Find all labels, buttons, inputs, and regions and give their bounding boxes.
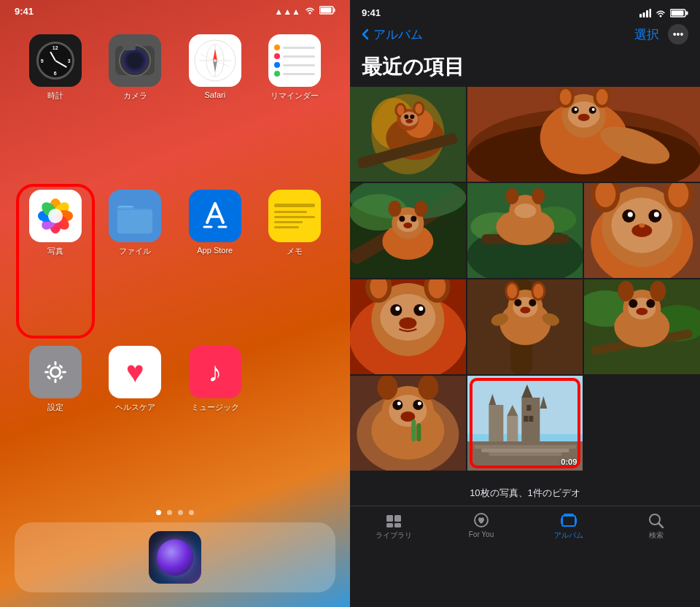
svg-point-106 bbox=[639, 223, 645, 228]
svg-point-152 bbox=[377, 376, 397, 400]
camera-app-label: カメラ bbox=[123, 90, 147, 101]
svg-point-48 bbox=[415, 104, 422, 114]
svg-point-68 bbox=[578, 114, 589, 121]
tab-search-label: 検索 bbox=[649, 530, 664, 541]
svg-rect-181 bbox=[394, 523, 401, 527]
photo-cell-10-video[interactable]: 0:09 bbox=[467, 376, 583, 471]
photo-4-image bbox=[467, 183, 583, 278]
svg-point-103 bbox=[628, 212, 633, 217]
svg-rect-31 bbox=[639, 14, 642, 18]
svg-point-147 bbox=[637, 308, 648, 315]
safari-app-label: Safari bbox=[204, 90, 225, 99]
photo-count-text: 10枚の写真、1件のビデオ bbox=[470, 487, 580, 498]
svg-point-90 bbox=[532, 188, 545, 204]
svg-point-154 bbox=[389, 395, 427, 427]
photo-9-image bbox=[350, 376, 466, 471]
photos-signal-icon bbox=[639, 9, 651, 18]
svg-rect-184 bbox=[561, 518, 562, 524]
status-indicators: ▲▲▲ bbox=[274, 6, 335, 17]
home-screen: 9:41 ▲▲▲ bbox=[0, 0, 350, 607]
photo-cell-9[interactable] bbox=[350, 376, 466, 471]
svg-rect-23 bbox=[54, 361, 56, 366]
svg-rect-29 bbox=[47, 375, 51, 379]
svg-rect-26 bbox=[62, 371, 66, 373]
photo-count-bar: 10枚の写真、1件のビデオ bbox=[350, 481, 700, 506]
svg-rect-175 bbox=[526, 405, 531, 411]
photo-7-image bbox=[467, 279, 583, 374]
settings-app-icon[interactable]: 設定 bbox=[22, 346, 89, 488]
health-app-image: ♥ bbox=[109, 346, 161, 398]
svg-point-128 bbox=[533, 284, 543, 298]
svg-rect-38 bbox=[672, 10, 684, 15]
select-button[interactable]: 選択 bbox=[634, 26, 659, 43]
photo-cell-6[interactable] bbox=[350, 279, 466, 374]
svg-point-62 bbox=[596, 89, 607, 105]
tab-library[interactable]: ライブラリ bbox=[350, 512, 438, 541]
svg-rect-37 bbox=[686, 11, 688, 15]
foryou-icon bbox=[472, 512, 490, 528]
photo-cell-1[interactable] bbox=[350, 87, 466, 182]
svg-point-132 bbox=[520, 307, 530, 314]
tab-foryou-label: For You bbox=[469, 530, 494, 538]
notes-app-image bbox=[268, 190, 321, 242]
notes-app-icon[interactable]: メモ bbox=[262, 190, 329, 332]
health-app-icon[interactable]: ♥ ヘルスケア bbox=[102, 346, 169, 488]
svg-point-0 bbox=[309, 12, 311, 15]
svg-point-131 bbox=[529, 299, 536, 306]
back-chevron-icon bbox=[362, 28, 369, 40]
music-app-label: ミュージック bbox=[191, 402, 239, 413]
photo-cell-2[interactable] bbox=[467, 87, 700, 182]
safari-app-icon[interactable]: Safari bbox=[182, 34, 249, 177]
photos-status-indicators bbox=[639, 9, 688, 18]
svg-point-52 bbox=[405, 119, 413, 123]
svg-rect-32 bbox=[643, 12, 645, 18]
photo-cell-4[interactable] bbox=[467, 183, 583, 278]
more-button[interactable]: ••• bbox=[668, 24, 688, 45]
photos-nav-bar: アルバム 選択 ••• bbox=[350, 21, 700, 50]
svg-rect-172 bbox=[474, 445, 576, 449]
svg-point-77 bbox=[414, 201, 427, 217]
svg-point-158 bbox=[418, 402, 421, 406]
tab-search[interactable]: 検索 bbox=[612, 512, 700, 541]
svg-point-143 bbox=[650, 281, 666, 301]
photos-app-image bbox=[29, 190, 82, 242]
clock-app-icon[interactable]: 12 6 3 9 時計 bbox=[22, 34, 89, 177]
search-icon bbox=[648, 512, 665, 528]
svg-rect-177 bbox=[529, 416, 533, 422]
tab-foryou[interactable]: For You bbox=[438, 512, 525, 541]
svg-point-146 bbox=[647, 299, 656, 308]
svg-rect-179 bbox=[394, 515, 401, 522]
siri-app-image bbox=[149, 531, 201, 584]
photos-nav-left: アルバム bbox=[362, 26, 423, 43]
photo-8-image bbox=[584, 279, 700, 374]
appstore-app-label: App Store bbox=[197, 246, 233, 255]
svg-rect-161 bbox=[416, 423, 421, 441]
photos-app-screen: 9:41 アルバム bbox=[350, 0, 700, 607]
appstore-app-icon[interactable]: App Store bbox=[182, 190, 249, 332]
wifi-icon bbox=[304, 6, 316, 17]
photo-cell-5[interactable] bbox=[584, 183, 700, 278]
tab-albums[interactable]: アルバム bbox=[525, 512, 612, 541]
svg-point-119 bbox=[399, 317, 416, 329]
page-indicator bbox=[0, 503, 350, 522]
svg-rect-20 bbox=[117, 209, 152, 233]
signal-icon: ▲▲▲ bbox=[274, 7, 300, 17]
photos-tab-bar: ライブラリ For You アルバム 検 bbox=[350, 506, 700, 544]
photo-cell-8[interactable] bbox=[584, 279, 700, 374]
svg-point-91 bbox=[514, 204, 536, 218]
svg-point-127 bbox=[507, 284, 517, 298]
back-button[interactable]: アルバム bbox=[373, 26, 423, 43]
svg-point-145 bbox=[629, 299, 638, 308]
svg-point-118 bbox=[419, 306, 423, 311]
reminders-app-icon[interactable]: リマインダー bbox=[262, 34, 329, 177]
photos-app-icon[interactable]: 写真 bbox=[22, 190, 89, 332]
music-app-icon[interactable]: ♪ ミュージック bbox=[182, 346, 249, 488]
siri-orb bbox=[157, 539, 193, 576]
svg-rect-160 bbox=[411, 420, 416, 441]
photo-cell-7[interactable] bbox=[467, 279, 583, 374]
camera-app-icon[interactable]: カメラ bbox=[102, 34, 169, 177]
siri-dock-icon[interactable] bbox=[149, 531, 201, 584]
svg-rect-183 bbox=[562, 516, 575, 526]
photo-cell-3[interactable] bbox=[350, 183, 466, 278]
files-app-icon[interactable]: ファイル bbox=[102, 190, 169, 332]
